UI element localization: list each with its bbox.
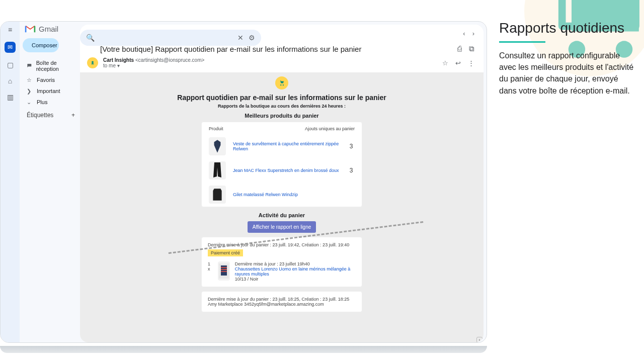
activity-heading: Activité du panier	[141, 212, 423, 218]
top-products-card: Produit Ajouts uniques au panier Veste d…	[201, 122, 362, 207]
activity-update: Dernière mise à jour : 23 juillet 19h40	[235, 261, 356, 266]
activity-product-link[interactable]: Chaussettes Lorenzo Uomo en laine mérino…	[235, 266, 351, 277]
activity-card: Dernière mise à jour du panier : 23 juil…	[201, 237, 362, 287]
star-icon: ☆	[27, 77, 33, 83]
svg-point-3	[92, 61, 94, 63]
product-link[interactable]: Veste de survêtement à capuche entièreme…	[233, 141, 341, 151]
message-more-icon[interactable]: ⋮	[468, 59, 474, 67]
compose-label: Composer	[32, 42, 57, 48]
search-options-icon[interactable]: ⚙	[249, 34, 255, 42]
sidebar-item-label: Boîte de réception	[36, 60, 76, 72]
gmail-main: ← ▣ ⊘ 🗑 ✉ ◷ ⊕ 📁 🏷 ⋮ ‹ › [	[80, 25, 484, 342]
search-bar[interactable]: 🔍 ✕ ⚙	[80, 30, 261, 46]
important-icon: ❯	[27, 88, 33, 94]
gmail-sidebar: Gmail Composer Boîte de réception ☆ Favo…	[20, 22, 80, 342]
expand-recipients-icon[interactable]: ▾	[117, 63, 120, 68]
sidebar-item-label: Favoris	[37, 77, 55, 83]
compose-button[interactable]: Composer	[23, 38, 59, 52]
older-icon[interactable]: ‹	[463, 30, 465, 37]
product-link[interactable]: Jean MAC Flexx Superstretch en denim bro…	[233, 168, 341, 173]
sender-avatar	[87, 57, 98, 68]
product-thumb	[209, 186, 226, 204]
col-product: Produit	[209, 126, 223, 131]
activity-thumb	[218, 261, 230, 281]
sidebar-item-more[interactable]: ⌄ Plus	[23, 97, 80, 108]
email-subject: [Votre boutique] Rapport quotidien par e…	[100, 45, 361, 53]
product-link[interactable]: Gilet matelassé Relwen Windzip	[233, 192, 341, 197]
clear-search-icon[interactable]: ✕	[237, 34, 244, 42]
col-count: Ajouts uniques au panier	[305, 126, 355, 131]
reply-icon[interactable]: ↩	[455, 59, 461, 67]
activity-customer-link[interactable]: Amy Marketplace 3452yq5fm@marketplace.am…	[208, 302, 324, 307]
recipient-label: to me	[103, 63, 116, 68]
report-logo-icon	[275, 76, 288, 89]
labels-header: Étiquettes +	[23, 108, 80, 119]
sender-name: Cart Insights	[103, 57, 134, 63]
product-thumb	[209, 161, 226, 179]
activity-meta: Dernière mise à jour du panier : 23 juil…	[208, 297, 356, 302]
menu-icon[interactable]: ≡	[8, 26, 12, 34]
top-products-heading: Meilleurs produits du panier	[141, 113, 423, 119]
mail-app-icon[interactable]: ✉	[5, 42, 16, 53]
product-row: Gilet matelassé Relwen Windzip	[202, 183, 362, 207]
add-label-icon[interactable]: +	[71, 112, 75, 119]
app-rail: ≡ ✉ ▢ ⌂ ▥	[1, 22, 20, 342]
product-row: Veste de survêtement à capuche entièreme…	[202, 134, 362, 158]
chevron-down-icon: ⌄	[27, 99, 33, 105]
product-count: 3	[348, 167, 355, 174]
print-icon[interactable]: ⎙	[457, 44, 462, 53]
activity-variant: 10/13 / Noir	[235, 277, 356, 282]
sidebar-item-important[interactable]: ❯ Important	[23, 85, 80, 97]
labels-header-label: Étiquettes	[27, 112, 53, 119]
product-count: 3	[348, 143, 355, 150]
device-bezel	[0, 346, 487, 353]
product-thumb	[209, 137, 226, 155]
payment-chip: Paiement créé	[208, 249, 243, 256]
search-input[interactable]	[100, 34, 232, 42]
sidebar-item-starred[interactable]: ☆ Favoris	[23, 74, 80, 85]
panel-body: Consultez un rapport configurable avec l…	[499, 50, 635, 97]
sender-email: <cartinsights@ionspruce.com>	[135, 57, 204, 63]
activity-card: Dernière mise à jour du panier : 23 juil…	[201, 291, 362, 312]
star-message-icon[interactable]: ☆	[442, 59, 448, 67]
spaces-icon[interactable]: ⌂	[8, 77, 12, 85]
product-row: Jean MAC Flexx Superstretch en denim bro…	[202, 158, 362, 183]
activity-meta: Dernière mise à jour du panier : 23 juil…	[208, 242, 356, 247]
accent-rule	[499, 41, 545, 43]
open-new-icon[interactable]: ⧉	[469, 44, 474, 53]
view-report-button[interactable]: Afficher le rapport en ligne	[248, 221, 316, 233]
search-icon: 🔍	[86, 34, 95, 42]
collapse-icon[interactable]: ‹	[476, 337, 482, 342]
sidebar-item-inbox[interactable]: Boîte de réception	[23, 57, 80, 74]
sidebar-item-label: Plus	[37, 99, 47, 105]
meet-icon[interactable]: ▥	[7, 93, 14, 101]
email-body: Rapport quotidien par e-mail sur les inf…	[80, 72, 484, 342]
report-subtitle: Rapports de la boutique au cours des der…	[141, 104, 423, 109]
newer-icon[interactable]: ›	[472, 30, 474, 37]
activity-qty: 1 x	[208, 261, 213, 272]
marketing-panel: Rapports quotidiens Consultez un rapport…	[499, 20, 635, 97]
chat-icon[interactable]: ▢	[7, 61, 14, 69]
gmail-product-label: Gmail	[39, 25, 58, 33]
panel-title: Rapports quotidiens	[499, 20, 635, 36]
sidebar-item-label: Important	[37, 88, 60, 94]
gmail-logo: Gmail	[25, 25, 80, 33]
report-title: Rapport quotidien par e-mail sur les inf…	[141, 94, 423, 102]
